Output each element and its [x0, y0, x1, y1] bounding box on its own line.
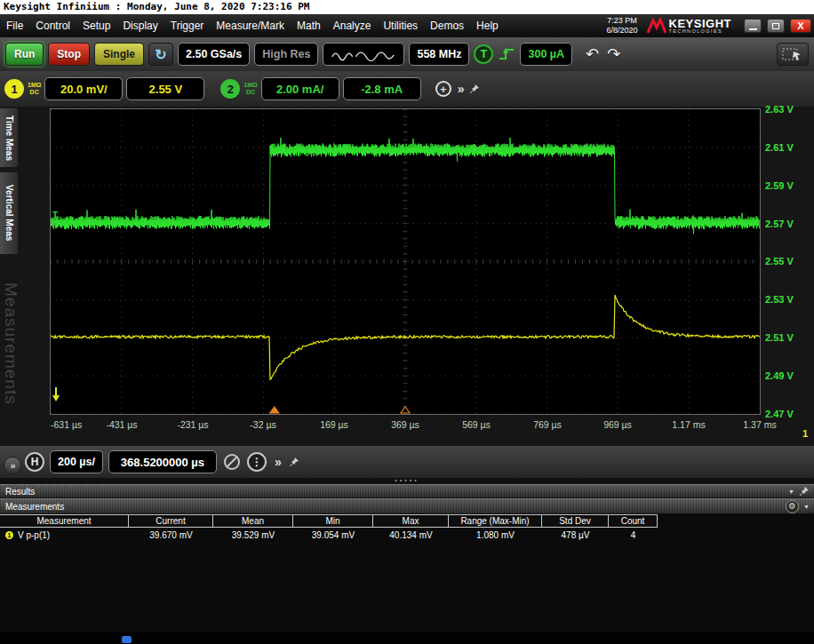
- measurement-current: 39.670 mV: [129, 530, 213, 540]
- x-axis-tick: 169 µs: [320, 419, 348, 430]
- restore-icon: [772, 23, 779, 29]
- menubar-right-cluster: 7:23 PM 6/8/2020 KEYSIGHT TECHNOLOGIES X: [606, 16, 814, 36]
- x-axis-tick: -32 µs: [250, 419, 275, 430]
- undo-button[interactable]: ↶: [584, 44, 601, 64]
- menu-setup[interactable]: Setup: [76, 14, 116, 37]
- add-waveform-button[interactable]: +: [435, 81, 451, 97]
- waveform-plot[interactable]: T: [50, 108, 761, 415]
- close-button[interactable]: X: [790, 19, 811, 33]
- column-header-min: Min: [293, 515, 373, 527]
- bandwidth-display[interactable]: 558 MHz: [409, 43, 469, 66]
- channel-pin-icon[interactable]: [469, 83, 480, 94]
- results-header-controls: ▼: [788, 486, 814, 497]
- menu-demos[interactable]: Demos: [424, 14, 470, 37]
- tab-vertical-meas[interactable]: Vertical Meas: [0, 171, 19, 255]
- menu-file[interactable]: File: [0, 14, 29, 37]
- channel-toolbar: 1 1MΩ DC 20.0 mV/ 2.55 V 2 1MΩ DC 2.00 m…: [0, 71, 814, 107]
- menu-bar: File Control Setup Display Trigger Measu…: [0, 14, 814, 37]
- menu-help[interactable]: Help: [470, 14, 505, 37]
- measurement-name: V p-p(1): [18, 530, 50, 540]
- results-panel-header[interactable]: Results ▼: [0, 484, 814, 498]
- redo-button[interactable]: ↷: [605, 44, 622, 64]
- selection-tool-button[interactable]: [777, 43, 809, 66]
- waveform-area: Time Meas Vertical Meas Measurements T 2…: [0, 107, 814, 446]
- single-button[interactable]: Single: [94, 43, 144, 66]
- channel-2-coupling: 1MΩ DC: [243, 82, 257, 96]
- column-header-current: Current: [129, 515, 213, 527]
- hbar-more-chevron[interactable]: »: [272, 455, 283, 469]
- menu-utilities[interactable]: Utilities: [377, 14, 424, 37]
- zoom-button[interactable]: [222, 452, 242, 472]
- channel-1-button[interactable]: 1: [4, 79, 24, 99]
- channel-1-offset[interactable]: 2.55 V: [126, 77, 204, 100]
- measurement-row[interactable]: 1 V p-p(1) 39.670 mV 39.529 mV 39.054 mV…: [0, 528, 658, 542]
- horizontal-toolbar: » H 200 µs/ 368.5200000 µs ⋮ »: [0, 446, 814, 478]
- brand-name: KEYSIGHT: [669, 18, 731, 29]
- measurements-title: Measurements: [0, 502, 64, 512]
- measurement-count: 4: [609, 530, 658, 540]
- measurement-range: 1.080 mV: [449, 530, 542, 540]
- results-pin-icon[interactable]: [799, 486, 810, 497]
- column-header-mean: Mean: [213, 515, 293, 527]
- trigger-slope-icon[interactable]: [498, 45, 515, 63]
- menu-control[interactable]: Control: [29, 14, 76, 37]
- expand-panel-button[interactable]: »: [4, 457, 21, 474]
- x-axis-tick: 769 µs: [533, 419, 562, 430]
- measurements-panel-header[interactable]: Measurements ⚙ ▼: [0, 498, 814, 514]
- channel-2-offset[interactable]: -2.8 mA: [343, 77, 421, 100]
- waveform-style-button[interactable]: [323, 43, 404, 66]
- restore-button[interactable]: [767, 19, 785, 33]
- results-collapse-chevron[interactable]: ▼: [788, 489, 794, 495]
- channel-2-button[interactable]: 2: [220, 79, 240, 99]
- markers-button[interactable]: ⋮: [247, 452, 267, 472]
- timebase-position[interactable]: 368.5200000 µs: [108, 450, 217, 473]
- results-title: Results: [0, 487, 35, 497]
- keysight-spark-icon: [647, 18, 666, 34]
- channel-1-scale[interactable]: 20.0 mV/: [44, 77, 123, 100]
- measurements-settings-button[interactable]: ⚙: [786, 500, 799, 513]
- x-axis-tick: 369 µs: [391, 419, 419, 430]
- zoom-icon: [222, 452, 242, 472]
- measurements-table-header: Measurement Current Mean Min Max Range (…: [0, 514, 658, 528]
- y-axis-tick: 2.57 V: [765, 219, 813, 229]
- y-axis-tick: 2.55 V: [765, 256, 813, 266]
- trigger-button[interactable]: T: [474, 44, 493, 64]
- stop-button[interactable]: Stop: [48, 43, 90, 66]
- oscilloscope-app: Keysight Infiniium : Monday, June 8, 202…: [0, 0, 814, 644]
- measurement-max: 40.134 mV: [373, 530, 449, 540]
- trigger-level-display[interactable]: 300 µA: [520, 43, 572, 66]
- x-axis-tick: -631 µs: [51, 419, 82, 430]
- menu-display[interactable]: Display: [116, 14, 164, 37]
- taskbar-accent: [122, 636, 132, 643]
- x-axis-tick: -231 µs: [177, 419, 208, 430]
- menu-measure-mark[interactable]: Measure/Mark: [210, 14, 291, 37]
- waveform-traces: T: [51, 109, 760, 414]
- channel-more-chevron[interactable]: »: [455, 82, 467, 96]
- measurements-header-controls: ⚙ ▼: [786, 500, 814, 513]
- y-axis-tick: 2.51 V: [765, 332, 813, 343]
- minimize-button[interactable]: [744, 19, 762, 33]
- channel-1-impedance: 1MΩ: [28, 82, 41, 89]
- hbar-pin-icon[interactable]: [289, 457, 299, 467]
- column-header-max: Max: [373, 515, 449, 527]
- run-button[interactable]: Run: [5, 43, 44, 66]
- tab-time-meas[interactable]: Time Meas: [0, 107, 19, 168]
- channel-2-scale[interactable]: 2.00 mA/: [261, 77, 339, 100]
- menu-trigger[interactable]: Trigger: [164, 14, 211, 37]
- horizontal-settings-button[interactable]: H: [25, 452, 44, 472]
- menu-analyze[interactable]: Analyze: [327, 14, 378, 37]
- y-axis-tick: 2.63 V: [765, 104, 813, 115]
- timebase-scale[interactable]: 200 µs/: [50, 450, 103, 473]
- gear-icon: ⚙: [788, 502, 796, 511]
- column-header-stddev: Std Dev: [542, 515, 609, 527]
- acquisition-mode-display[interactable]: High Res: [254, 43, 318, 66]
- panel-drag-handle[interactable]: •••••: [0, 477, 814, 483]
- y-axis-tick: 2.61 V: [765, 142, 813, 153]
- brand-text: KEYSIGHT TECHNOLOGIES: [669, 18, 731, 35]
- menu-math[interactable]: Math: [291, 14, 327, 37]
- measurement-min: 39.054 mV: [293, 530, 373, 540]
- brand-subtitle: TECHNOLOGIES: [669, 29, 731, 35]
- sample-rate-display[interactable]: 2.50 GSa/s: [178, 43, 250, 66]
- measurements-collapse-chevron[interactable]: ▼: [803, 504, 810, 510]
- clear-display-button[interactable]: ↻: [148, 43, 173, 66]
